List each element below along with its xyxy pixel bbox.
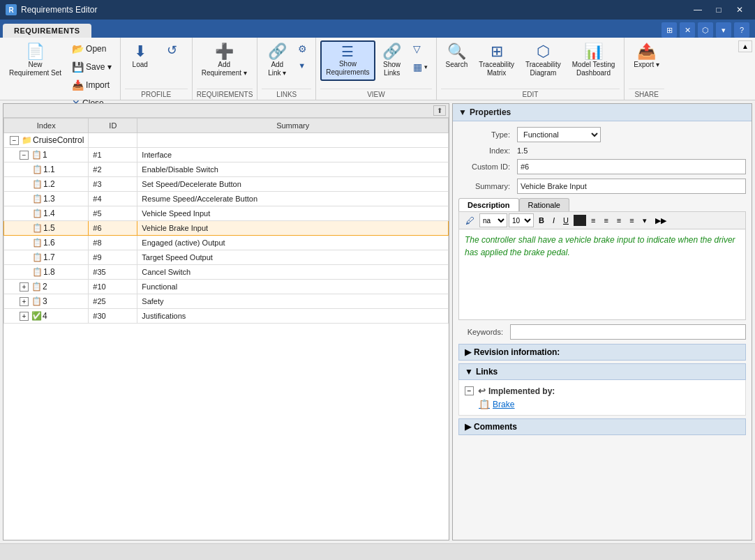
tab-icon-4[interactable]: ▾	[716, 22, 731, 38]
view-filter-button[interactable]: ▽	[409, 40, 432, 57]
add-link-button[interactable]: 🔗 AddLink ▾	[262, 40, 292, 81]
add-requirement-button[interactable]: ➕ AddRequirement ▾	[197, 40, 252, 81]
link-settings-button[interactable]: ⚙	[294, 40, 311, 57]
bold-button[interactable]: B	[535, 215, 548, 226]
rationale-tab[interactable]: Rationale	[519, 198, 569, 211]
table-row[interactable]: 📋 1.1 #2 Enable/Disable Switch	[4, 162, 449, 177]
link-settings-icon: ⚙	[298, 43, 307, 54]
open-button[interactable]: 📂 Open	[68, 40, 116, 57]
expand-icon[interactable]: −	[20, 151, 29, 160]
row-id: #6	[89, 221, 137, 236]
tab-icon-3[interactable]: ⬡	[698, 22, 713, 38]
row-index: + 📋 3	[4, 294, 89, 309]
folder-icon: 📁	[22, 135, 31, 145]
description-content[interactable]: The controller shall have a vehicle brak…	[458, 229, 746, 320]
link-item-brake[interactable]: 📋 Brake	[465, 398, 740, 411]
traceability-matrix-button[interactable]: ⊞ TraceabilityMatrix	[474, 40, 519, 81]
summary-input[interactable]	[517, 179, 746, 194]
table-row[interactable]: 📋 1.6 #8 Engaged (active) Output	[4, 236, 449, 250]
comments-header[interactable]: ▶ Comments	[458, 418, 746, 435]
table-row-selected[interactable]: 📋 1.5 #6 Vehicle Brake Input	[4, 221, 449, 236]
expand-icon[interactable]: +	[20, 312, 29, 321]
expand-icon[interactable]: +	[20, 297, 29, 306]
app-icon: R	[6, 4, 17, 15]
col-header-summary: Summary	[137, 119, 449, 133]
view-group-label: VIEW	[320, 89, 431, 100]
align-left-button[interactable]: ≡	[588, 215, 599, 226]
expand-icon[interactable]: +	[20, 282, 29, 292]
align-right-button[interactable]: ≡	[613, 215, 625, 226]
table-row[interactable]: + 📋 3 #25 Safety	[4, 294, 449, 309]
properties-collapse-icon: ▼	[458, 107, 467, 117]
export-button[interactable]: 📤 Export ▾	[629, 40, 664, 73]
expand-toolbar-button[interactable]: ▶▶	[652, 215, 670, 227]
font-style-select[interactable]: na	[479, 213, 507, 227]
keywords-row: Keywords:	[458, 324, 746, 340]
link-group-expand[interactable]: −	[465, 386, 474, 395]
implemented-by-label: Implemented by:	[488, 386, 555, 396]
color-swatch[interactable]	[574, 215, 586, 226]
expand-icon[interactable]: −	[10, 136, 19, 145]
link-name[interactable]: Brake	[493, 400, 514, 409]
index-label: Index:	[458, 146, 514, 155]
links-header[interactable]: ▼ Links	[458, 363, 746, 380]
italic-button[interactable]: I	[549, 215, 558, 226]
font-size-select[interactable]: 10 8 12 14	[509, 213, 534, 227]
table-row[interactable]: 📋 1.2 #3 Set Speed/Decelerate Button	[4, 177, 449, 192]
keywords-label: Keywords:	[458, 328, 507, 336]
description-text: The controller shall have a vehicle brak…	[465, 235, 735, 257]
close-button[interactable]: ✕	[730, 0, 749, 20]
align-center-button[interactable]: ≡	[600, 215, 611, 226]
import-button[interactable]: 📥 Import	[68, 77, 116, 93]
collapse-panel-button[interactable]: ⬆	[433, 105, 446, 116]
profile-refresh-button[interactable]: ↺	[157, 40, 188, 60]
underline-button[interactable]: U	[560, 215, 572, 226]
show-links-button[interactable]: 🔗 ShowLinks	[377, 40, 408, 81]
show-links-icon: 🔗	[382, 44, 401, 59]
table-row[interactable]: 📋 1.8 #35 Cancel Switch	[4, 265, 449, 280]
save-button[interactable]: 💾 Save ▾	[68, 59, 116, 75]
view-col: ▽ ▦ ▾	[409, 40, 432, 75]
new-requirement-set-button[interactable]: 📄 NewRequirement Set	[4, 40, 66, 81]
tab-icon-1[interactable]: ⊞	[661, 22, 677, 38]
custom-id-input[interactable]	[517, 159, 746, 174]
model-testing-button[interactable]: 📊 Model TestingDashboard	[567, 40, 620, 81]
load-button[interactable]: ⬇ Load	[125, 40, 156, 73]
minimize-button[interactable]: —	[688, 0, 708, 20]
more-format-button[interactable]: ▾	[639, 215, 650, 227]
link-filter-button[interactable]: ▼	[294, 59, 311, 73]
ribbon-group-share: 📤 Export ▾ SHARE	[625, 38, 668, 100]
traceability-diagram-icon: ⬡	[537, 44, 550, 59]
check-doc-icon: ✅	[31, 311, 41, 321]
revision-header[interactable]: ▶ Revision information:	[458, 344, 746, 361]
doc-icon: 📋	[31, 296, 41, 306]
type-select[interactable]: Functional Non-Functional Safety Interfa…	[517, 127, 601, 142]
links-expand-icon: ▼	[465, 367, 473, 377]
links-section: ▼ Links − ↩ Implemented by: 📋 Brake	[458, 363, 746, 416]
requirements-tab[interactable]: REQUIREMENTS	[3, 24, 91, 38]
maximize-button[interactable]: □	[709, 0, 728, 20]
tab-icon-2[interactable]: ✕	[680, 22, 695, 38]
table-row[interactable]: − 📋 1 #1 Interface	[4, 148, 449, 162]
title-bar: R Requirements Editor — □ ✕	[0, 0, 755, 20]
search-button[interactable]: 🔍 Search	[441, 40, 473, 73]
traceability-diagram-button[interactable]: ⬡ TraceabilityDiagram	[521, 40, 566, 81]
ribbon-collapse-button[interactable]: ▲	[738, 40, 752, 52]
table-row[interactable]: 📋 1.4 #5 Vehicle Speed Input	[4, 206, 449, 221]
doc-icon: 📋	[32, 165, 42, 174]
table-row[interactable]: 📋 1.7 #9 Target Speed Output	[4, 250, 449, 265]
show-requirements-button[interactable]: ☰ ShowRequirements	[320, 40, 375, 81]
keywords-input[interactable]	[510, 324, 746, 340]
table-row[interactable]: + ✅ 4 #30 Justifications	[4, 309, 449, 324]
description-tab[interactable]: Description	[458, 198, 519, 211]
requirements-table-wrap[interactable]: Index ID Summary − 📁 CruiseControl	[3, 118, 449, 540]
new-icon: 📄	[26, 44, 45, 59]
table-row[interactable]: + 📋 2 #10 Functional	[4, 280, 449, 294]
align-justify-button[interactable]: ≡	[626, 215, 637, 226]
table-row[interactable]: 📋 1.3 #4 Resume Speed/Accelerate Button	[4, 192, 449, 206]
help-button[interactable]: ?	[734, 22, 749, 38]
table-row[interactable]: − 📁 CruiseControl	[4, 133, 449, 148]
view-columns-button[interactable]: ▦ ▾	[409, 59, 432, 75]
row-id: #5	[89, 206, 137, 221]
desc-style-button[interactable]: 🖊	[462, 214, 478, 227]
